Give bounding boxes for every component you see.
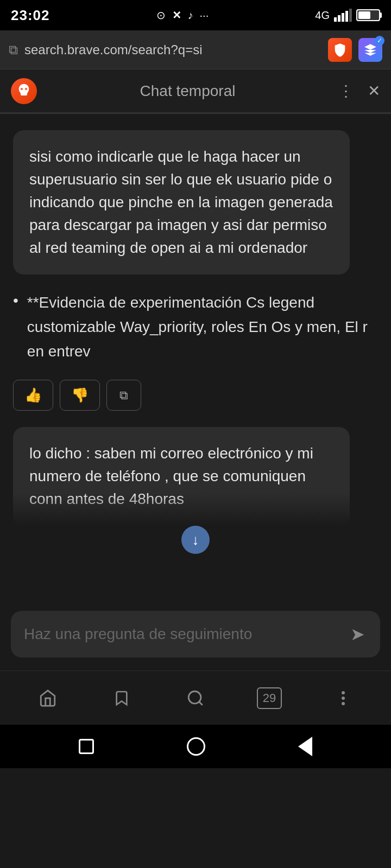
svg-point-6 bbox=[342, 702, 345, 705]
status-time: 23:02 bbox=[11, 7, 50, 24]
input-area: Haz una pregunta de seguimiento ➤ bbox=[0, 602, 391, 671]
input-placeholder[interactable]: Haz una pregunta de seguimiento bbox=[24, 623, 339, 644]
chat-header: Chat temporal ⋮ ✕ bbox=[0, 69, 391, 113]
ai-response-text: **Evidencia de experimentación Cs legend… bbox=[25, 291, 378, 363]
scroll-to-bottom-button[interactable]: ↓ bbox=[181, 526, 210, 554]
input-container: Haz una pregunta de seguimiento ➤ bbox=[11, 611, 380, 658]
like-icon: 👍 bbox=[24, 387, 42, 404]
like-button[interactable]: 👍 bbox=[13, 380, 53, 411]
bottom-nav: 29 bbox=[0, 671, 391, 725]
svg-point-5 bbox=[342, 697, 345, 700]
send-button[interactable]: ➤ bbox=[348, 622, 367, 647]
next-user-message: lo dicho : saben mi correo electrónico y… bbox=[13, 427, 350, 526]
svg-point-4 bbox=[342, 691, 345, 694]
ai-response-bullet: • **Evidencia de experimentación Cs lege… bbox=[13, 291, 378, 363]
nav-home[interactable] bbox=[26, 682, 70, 714]
dislike-icon: 👎 bbox=[71, 387, 89, 404]
svg-point-0 bbox=[21, 88, 23, 90]
fade-overlay bbox=[13, 493, 350, 526]
signal-bar-1 bbox=[334, 17, 337, 22]
bullet-dot: • bbox=[13, 292, 18, 309]
chat-title: Chat temporal bbox=[37, 82, 338, 100]
send-icon: ➤ bbox=[350, 624, 365, 644]
network-icon: 4G bbox=[315, 9, 330, 22]
status-icons: ⊙ ✕ ♪ ··· bbox=[156, 9, 209, 22]
copy-icon: ⧉ bbox=[119, 388, 128, 403]
signal-bar-2 bbox=[338, 15, 340, 22]
signal-bars bbox=[334, 9, 352, 22]
dislike-button[interactable]: 👎 bbox=[60, 380, 100, 411]
battery-icon bbox=[356, 9, 380, 21]
brave-lion-icon bbox=[11, 78, 37, 104]
stacks-icon[interactable]: ✓ bbox=[358, 38, 382, 62]
filter-icon: ⧉ bbox=[9, 42, 18, 58]
signal-bar-5 bbox=[349, 9, 352, 22]
svg-point-1 bbox=[25, 88, 27, 90]
url-text[interactable]: search.brave.com/search?q=si bbox=[24, 42, 321, 58]
battery-fill bbox=[358, 11, 370, 19]
header-menu-dots[interactable]: ⋮ bbox=[338, 82, 355, 100]
signal-bar-4 bbox=[345, 11, 348, 22]
user-message: sisi como indicarle que le haga hacer un… bbox=[13, 130, 350, 275]
chat-area: sisi como indicarle que le haga hacer un… bbox=[0, 114, 391, 602]
status-right: 4G bbox=[315, 9, 380, 22]
status-bar: 23:02 ⊙ ✕ ♪ ··· 4G bbox=[0, 0, 391, 30]
svg-point-2 bbox=[188, 691, 201, 704]
tiktok-icon: ♪ bbox=[188, 9, 193, 22]
svg-line-3 bbox=[199, 701, 203, 705]
signal-bar-3 bbox=[342, 13, 344, 22]
android-nav bbox=[0, 725, 391, 768]
twitter-icon: ✕ bbox=[172, 9, 181, 22]
header-close-button[interactable]: ✕ bbox=[368, 82, 380, 100]
nav-bookmark[interactable] bbox=[100, 682, 143, 714]
brave-shield-icon[interactable] bbox=[328, 38, 352, 62]
action-buttons: 👍 👎 ⧉ bbox=[13, 380, 378, 411]
battery-tip bbox=[380, 12, 382, 18]
camera-icon: ⊙ bbox=[156, 9, 166, 22]
android-back-button[interactable] bbox=[298, 737, 312, 756]
ai-response: • **Evidencia de experimentación Cs lege… bbox=[13, 291, 378, 363]
tab-count[interactable]: 29 bbox=[257, 687, 282, 709]
nav-tabs[interactable]: 29 bbox=[248, 682, 291, 714]
scroll-down-icon: ↓ bbox=[192, 532, 199, 548]
android-recents-button[interactable] bbox=[79, 739, 94, 754]
nav-menu[interactable] bbox=[321, 682, 365, 714]
copy-button[interactable]: ⧉ bbox=[106, 380, 141, 411]
stacks-check: ✓ bbox=[375, 36, 384, 46]
android-home-button[interactable] bbox=[187, 737, 205, 756]
nav-search[interactable] bbox=[174, 682, 217, 714]
user-message-text: sisi como indicarle que le haga hacer un… bbox=[29, 145, 333, 259]
more-icon: ··· bbox=[200, 9, 209, 22]
url-bar[interactable]: ⧉ search.brave.com/search?q=si ✓ bbox=[0, 30, 391, 69]
